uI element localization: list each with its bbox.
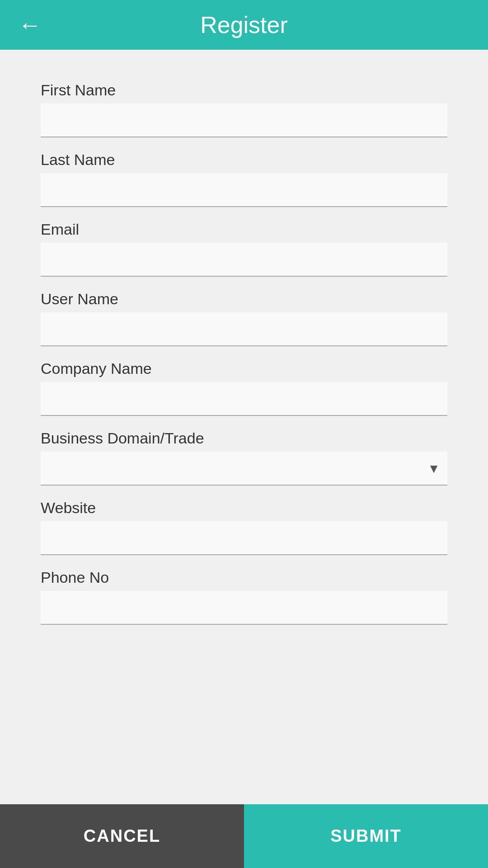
label-company-name: Company Name — [41, 360, 447, 377]
label-first-name: First Name — [41, 81, 447, 99]
input-user-name[interactable] — [41, 312, 447, 346]
form-group-website: Website — [41, 499, 447, 555]
form-group-last-name: Last Name — [41, 151, 447, 207]
cancel-button[interactable]: CANCEL — [0, 804, 244, 868]
select-business-domain[interactable]: Technology Finance Healthcare Education … — [41, 452, 447, 486]
label-business-domain: Business Domain/Trade — [41, 429, 447, 447]
select-wrapper-business-domain: Technology Finance Healthcare Education … — [41, 452, 447, 486]
label-website: Website — [41, 499, 447, 517]
label-user-name: User Name — [41, 290, 447, 308]
label-phone-no: Phone No — [41, 569, 447, 586]
form-group-first-name: First Name — [41, 81, 447, 137]
input-phone-no[interactable] — [41, 591, 447, 625]
input-company-name[interactable] — [41, 382, 447, 416]
input-first-name[interactable] — [41, 104, 447, 137]
form-group-email: Email — [41, 221, 447, 277]
form-group-company-name: Company Name — [41, 360, 447, 416]
form-card: First Name Last Name Email User Name Com… — [18, 63, 470, 656]
back-button[interactable]: ← — [18, 13, 42, 37]
input-website[interactable] — [41, 521, 447, 555]
form-container: First Name Last Name Email User Name Com… — [0, 50, 488, 868]
bottom-action-bar: CANCEL SUBMIT — [0, 804, 488, 868]
page-title: Register — [51, 11, 437, 38]
submit-button[interactable]: SUBMIT — [244, 804, 488, 868]
label-last-name: Last Name — [41, 151, 447, 169]
form-group-business-domain: Business Domain/Trade Technology Finance… — [41, 429, 447, 486]
label-email: Email — [41, 221, 447, 238]
input-email[interactable] — [41, 243, 447, 277]
form-group-user-name: User Name — [41, 290, 447, 346]
input-last-name[interactable] — [41, 173, 447, 207]
form-group-phone-no: Phone No — [41, 569, 447, 625]
app-header: ← Register — [0, 0, 488, 50]
